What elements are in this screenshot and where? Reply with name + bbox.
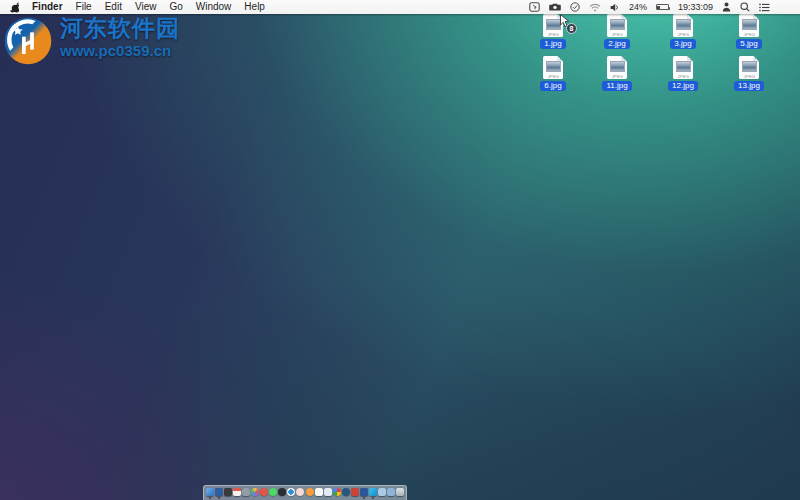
clock[interactable]: 19:33:09 (678, 2, 713, 12)
dock-item[interactable] (215, 488, 223, 499)
desktop-file[interactable]: JPEG 6.jpg (523, 56, 583, 96)
desktop-file[interactable]: JPEG 1.jpg (523, 14, 583, 54)
menu-help[interactable]: Help (244, 0, 265, 14)
wifi-icon[interactable] (589, 0, 601, 14)
dock-item[interactable] (296, 488, 304, 499)
dock-item[interactable] (233, 488, 241, 499)
battery-icon[interactable] (656, 0, 669, 14)
dock-item[interactable] (306, 488, 314, 499)
running-indicator (363, 497, 365, 499)
file-label[interactable]: 2.jpg (604, 39, 629, 49)
dock-app-icon[interactable] (351, 488, 359, 496)
dock-app-icon[interactable] (333, 488, 341, 496)
dock-app-icon[interactable] (242, 488, 250, 496)
dock-app-icon[interactable] (342, 488, 350, 496)
dock-app-icon[interactable] (269, 488, 277, 496)
file-label[interactable]: 3.jpg (670, 39, 695, 49)
photo-thumbnail (546, 61, 561, 72)
desktop-file[interactable]: JPEG 12.jpg (653, 56, 713, 96)
dock-item[interactable] (287, 488, 295, 499)
menu-go[interactable]: Go (169, 0, 182, 14)
dock-app-icon[interactable] (324, 488, 332, 496)
file-label[interactable]: 5.jpg (736, 39, 761, 49)
dock-item[interactable] (324, 488, 332, 499)
battery-percent: 24% (629, 2, 647, 12)
dock-app-icon[interactable] (224, 488, 232, 496)
drag-count-badge: 8 (566, 23, 577, 34)
photo-thumbnail (742, 19, 757, 30)
dock-item[interactable] (378, 488, 386, 499)
menu-file[interactable]: File (76, 0, 92, 14)
desktop-file[interactable]: JPEG 5.jpg (719, 14, 779, 54)
desktop-file[interactable]: JPEG 2.jpg (587, 14, 647, 54)
jpeg-file-icon[interactable]: JPEG (739, 14, 759, 37)
photo-thumbnail (742, 61, 757, 72)
desktop-file[interactable]: JPEG 3.jpg (653, 14, 713, 54)
dock-app-icon[interactable] (387, 488, 395, 496)
photo-thumbnail (676, 61, 691, 72)
dock-app-icon[interactable] (251, 488, 259, 496)
dock-app-icon[interactable] (378, 488, 386, 496)
file-label[interactable]: 1.jpg (540, 39, 565, 49)
file-label[interactable]: 13.jpg (734, 81, 764, 91)
dock-app-icon[interactable] (296, 488, 304, 496)
desktop-file[interactable]: JPEG 13.jpg (719, 56, 779, 96)
dock-item[interactable] (387, 488, 395, 499)
file-label[interactable]: 6.jpg (540, 81, 565, 91)
desktop-file[interactable]: JPEG 11.jpg (587, 56, 647, 96)
file-label[interactable]: 11.jpg (602, 81, 631, 91)
dock-app-icon[interactable] (215, 488, 223, 496)
apple-menu-icon[interactable] (10, 0, 19, 14)
dock-app-icon[interactable] (306, 488, 314, 496)
check-circle-icon[interactable] (570, 0, 580, 14)
drag-cursor: 8 (560, 14, 570, 28)
menu-window[interactable]: Window (196, 0, 232, 14)
jpeg-file-icon[interactable]: JPEG (543, 56, 563, 79)
running-indicator (218, 497, 220, 499)
running-indicator (209, 497, 211, 499)
screen-icon[interactable] (529, 0, 540, 14)
jpeg-file-icon[interactable]: JPEG (673, 14, 693, 37)
jpeg-file-icon[interactable]: JPEG (739, 56, 759, 79)
menu-edit[interactable]: Edit (105, 0, 122, 14)
dock-item[interactable] (278, 488, 286, 499)
dock-item[interactable] (333, 488, 341, 499)
watermark-site-name: 河东软件园 (60, 15, 180, 41)
photo-thumbnail (676, 19, 691, 30)
dock-item[interactable] (315, 488, 323, 499)
dock (203, 485, 407, 500)
dock-app-icon[interactable] (369, 488, 377, 496)
dock-app-icon[interactable] (315, 488, 323, 496)
dock-item[interactable] (351, 488, 359, 499)
camera-icon[interactable] (549, 0, 561, 14)
dock-item[interactable] (369, 488, 377, 499)
search-icon[interactable] (740, 0, 750, 14)
dock-item[interactable] (360, 488, 368, 499)
menu-finder[interactable]: Finder (32, 0, 63, 14)
dock-app-icon[interactable] (206, 488, 214, 496)
notification-center-icon[interactable] (759, 0, 770, 14)
dock-app-icon[interactable] (360, 488, 368, 496)
desktop-background[interactable]: Finder File Edit View Go Window Help (0, 0, 800, 500)
dock-item[interactable] (396, 488, 404, 499)
jpeg-file-icon[interactable]: JPEG (673, 56, 693, 79)
file-label[interactable]: 12.jpg (668, 81, 698, 91)
menu-view[interactable]: View (135, 0, 157, 14)
dock-app-icon[interactable] (396, 488, 404, 496)
volume-icon[interactable] (610, 0, 620, 14)
dock-item[interactable] (251, 488, 259, 499)
jpeg-file-icon[interactable]: JPEG (607, 56, 627, 79)
user-icon[interactable] (722, 0, 731, 14)
dock-app-icon[interactable] (260, 488, 268, 496)
dock-item[interactable] (206, 488, 214, 499)
dock-item[interactable] (260, 488, 268, 499)
dock-app-icon[interactable] (233, 488, 241, 496)
dock-app-icon[interactable] (287, 488, 295, 496)
dock-item[interactable] (242, 488, 250, 499)
dock-item[interactable] (269, 488, 277, 499)
dock-item[interactable] (224, 488, 232, 499)
jpeg-file-icon[interactable]: JPEG (607, 14, 627, 37)
dock-item[interactable] (342, 488, 350, 499)
running-indicator (372, 497, 374, 499)
dock-app-icon[interactable] (278, 488, 286, 496)
